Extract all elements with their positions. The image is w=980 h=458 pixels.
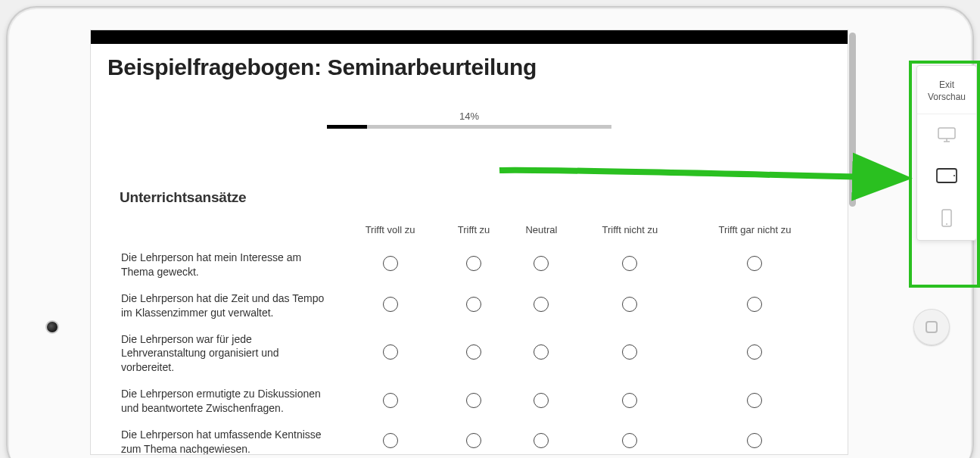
radio-option[interactable]	[622, 297, 637, 312]
radio-cell	[508, 285, 575, 326]
radio-option[interactable]	[466, 344, 481, 360]
radio-option[interactable]	[466, 433, 481, 448]
svg-point-4	[954, 175, 955, 176]
radio-cell	[685, 245, 825, 285]
table-row: Die Lehrperson ermutigte zu Diskussionen…	[114, 381, 825, 422]
radio-option[interactable]	[747, 297, 762, 312]
statement-text: Die Lehrperson hat mein Interesse am The…	[114, 245, 341, 285]
radio-cell	[575, 422, 685, 454]
table-row: Die Lehrperson hat umfassende Kentnisse …	[114, 422, 825, 454]
radio-option[interactable]	[747, 256, 762, 271]
scale-header: Trifft zu	[440, 220, 508, 245]
radio-cell	[341, 245, 440, 285]
radio-option[interactable]	[622, 433, 637, 448]
survey-title: Beispielfragebogen: Seminarbeurteilung	[91, 44, 848, 97]
progress-fill	[327, 125, 367, 129]
exit-preview-button[interactable]: Exit Vorschau	[917, 66, 976, 114]
radio-cell	[508, 381, 575, 422]
radio-cell	[341, 422, 440, 454]
svg-rect-0	[938, 128, 955, 139]
scale-header: Neutral	[508, 220, 575, 245]
radio-cell	[440, 245, 508, 285]
radio-cell	[685, 381, 825, 422]
radio-option[interactable]	[534, 297, 549, 312]
scale-header: Trifft voll zu	[341, 220, 440, 245]
progress-bar	[327, 125, 611, 129]
device-tablet-button[interactable]	[917, 155, 976, 196]
statement-text: Die Lehrperson war für jede Lehrveransta…	[114, 326, 341, 382]
scale-header-row: Trifft voll zuTrifft zuNeutralTrifft nic…	[114, 220, 825, 245]
preview-side-panel: Exit Vorschau	[916, 65, 977, 241]
radio-option[interactable]	[747, 344, 762, 360]
radio-cell	[685, 326, 825, 382]
radio-cell	[508, 245, 575, 285]
tablet-camera-icon	[45, 320, 59, 334]
svg-point-6	[946, 223, 947, 225]
progress-container: 14%	[114, 111, 825, 129]
header-bar	[91, 30, 848, 44]
radio-option[interactable]	[534, 256, 549, 271]
radio-cell	[440, 326, 508, 382]
radio-cell	[575, 245, 685, 285]
radio-option[interactable]	[383, 256, 398, 271]
statement-text: Die Lehrperson hat die Zeit und das Temp…	[114, 285, 341, 326]
table-row: Die Lehrperson hat mein Interesse am The…	[114, 245, 825, 285]
scale-header: Trifft nicht zu	[575, 220, 685, 245]
progress-label: 14%	[114, 111, 825, 122]
radio-option[interactable]	[622, 344, 637, 360]
radio-cell	[575, 326, 685, 382]
radio-option[interactable]	[534, 393, 549, 408]
desktop-icon	[937, 126, 957, 143]
section-heading: Unterrichtsansätze	[120, 189, 825, 206]
device-phone-button[interactable]	[917, 196, 976, 240]
likert-matrix: Trifft voll zuTrifft zuNeutralTrifft nic…	[114, 220, 825, 454]
radio-cell	[575, 285, 685, 326]
table-row: Die Lehrperson war für jede Lehrveransta…	[114, 326, 825, 382]
scrollbar[interactable]	[849, 33, 856, 207]
survey-screen: Beispielfragebogen: Seminarbeurteilung 1…	[91, 30, 848, 454]
radio-cell	[341, 285, 440, 326]
statement-text: Die Lehrperson hat umfassende Kentnisse …	[114, 422, 341, 454]
radio-option[interactable]	[622, 256, 637, 271]
radio-cell	[508, 326, 575, 382]
radio-option[interactable]	[534, 433, 549, 448]
radio-option[interactable]	[383, 344, 398, 360]
device-desktop-button[interactable]	[917, 114, 976, 155]
radio-cell	[440, 285, 508, 326]
radio-cell	[685, 422, 825, 454]
table-row: Die Lehrperson hat die Zeit und das Temp…	[114, 285, 825, 326]
statement-text: Die Lehrperson ermutigte zu Diskussionen…	[114, 381, 341, 422]
radio-cell	[341, 381, 440, 422]
radio-option[interactable]	[383, 433, 398, 448]
radio-option[interactable]	[383, 393, 398, 408]
phone-icon	[941, 208, 953, 228]
radio-option[interactable]	[747, 433, 762, 448]
home-icon	[926, 321, 938, 333]
radio-cell	[440, 381, 508, 422]
radio-option[interactable]	[622, 393, 637, 408]
radio-option[interactable]	[747, 393, 762, 408]
radio-cell	[575, 381, 685, 422]
tablet-icon	[935, 167, 958, 184]
radio-option[interactable]	[383, 297, 398, 312]
tablet-frame: Beispielfragebogen: Seminarbeurteilung 1…	[6, 6, 974, 458]
radio-cell	[508, 422, 575, 454]
radio-option[interactable]	[466, 393, 481, 408]
radio-option[interactable]	[466, 256, 481, 271]
tablet-home-button[interactable]	[913, 309, 950, 345]
radio-option[interactable]	[466, 297, 481, 312]
radio-cell	[685, 285, 825, 326]
radio-cell	[440, 422, 508, 454]
radio-cell	[341, 326, 440, 382]
radio-option[interactable]	[534, 344, 549, 360]
scale-header: Trifft gar nicht zu	[685, 220, 825, 245]
